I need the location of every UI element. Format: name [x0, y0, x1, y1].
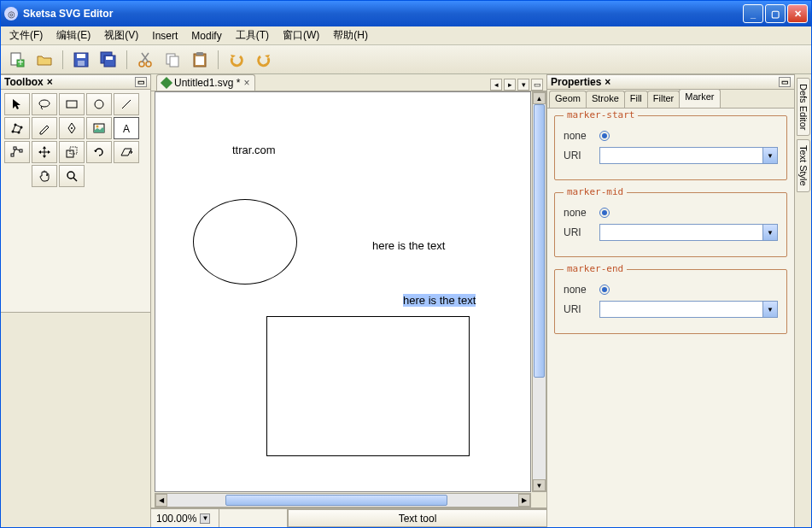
menu-tools[interactable]: 工具(T)	[231, 26, 274, 44]
save-all-button[interactable]	[97, 49, 120, 71]
image-tool[interactable]	[86, 117, 112, 139]
toolbar-separator	[62, 50, 63, 69]
canvas-rectangle[interactable]	[266, 316, 470, 456]
save-button[interactable]	[70, 49, 92, 71]
maximize-button[interactable]: ▢	[765, 4, 786, 23]
lasso-tool[interactable]	[32, 93, 57, 115]
rectangle-tool[interactable]	[59, 93, 85, 115]
menu-help[interactable]: 帮助(H)	[328, 26, 373, 44]
tab-filter[interactable]: Filter	[647, 91, 680, 108]
radio-none-end[interactable]	[599, 285, 610, 295]
zoom-dropdown-icon[interactable]: ▼	[200, 513, 210, 524]
pan-tool[interactable]	[32, 165, 57, 187]
canvas-text-3-selected[interactable]: here is the text	[403, 294, 476, 307]
side-tab-defs[interactable]: Defs Editor	[797, 78, 810, 136]
left-panel: Toolbox × ▭ A	[1, 74, 151, 527]
menu-edit[interactable]: 编辑(E)	[51, 26, 96, 44]
properties-header: Properties × ▭	[547, 74, 794, 90]
menu-file[interactable]: 文件(F)	[4, 26, 48, 44]
menu-window[interactable]: 窗口(W)	[277, 26, 324, 44]
svg-point-26	[71, 127, 73, 129]
legend-marker-end: marker-end	[564, 263, 627, 274]
minimize-button[interactable]: _	[743, 4, 763, 23]
svg-rect-16	[196, 52, 203, 56]
scroll-up-icon[interactable]: ▲	[533, 92, 546, 104]
zoom-tool[interactable]	[59, 165, 85, 187]
rotate-tool[interactable]	[86, 141, 112, 163]
scroll-down-icon[interactable]: ▼	[533, 479, 546, 491]
document-nav: ◂ ▸ ▾ ▭	[490, 79, 546, 91]
radio-none-mid[interactable]	[599, 208, 610, 218]
radio-none-start[interactable]	[599, 131, 610, 141]
doc-nav-list[interactable]: ▾	[517, 79, 529, 91]
move-tool[interactable]	[32, 141, 57, 163]
menu-insert[interactable]: Insert	[147, 28, 183, 44]
canvas-text-1[interactable]: ttrar.com	[232, 144, 276, 156]
side-tab-text-style[interactable]: Text Style	[797, 139, 810, 192]
svg-point-37	[67, 172, 74, 179]
scroll-left-icon[interactable]: ◀	[155, 494, 167, 507]
pen-tool[interactable]	[59, 117, 85, 139]
shear-tool[interactable]	[114, 141, 139, 163]
polygon-tool[interactable]	[4, 117, 30, 139]
line-tool[interactable]	[114, 93, 139, 115]
combo-uri-mid[interactable]: ▼	[599, 224, 778, 241]
toolbox-body: A	[1, 90, 150, 313]
tab-marker[interactable]: Marker	[679, 89, 720, 108]
menu-view[interactable]: 视图(V)	[99, 26, 143, 44]
close-button[interactable]: ✕	[787, 4, 808, 23]
canvas[interactable]: ttrar.com here is the text here is the t…	[155, 91, 531, 492]
doc-nav-next[interactable]: ▸	[504, 79, 516, 91]
zoom-level[interactable]: 100.00% ▼	[151, 509, 219, 527]
tab-stroke[interactable]: Stroke	[586, 91, 625, 108]
canvas-text-2[interactable]: here is the text	[372, 239, 445, 252]
svg-point-25	[18, 132, 20, 134]
vertical-scrollbar[interactable]: ▲ ▼	[532, 91, 546, 492]
label-none-start: none	[564, 130, 593, 142]
combo-uri-start[interactable]: ▼	[599, 147, 778, 164]
pencil-tool[interactable]	[32, 117, 57, 139]
svg-rect-5	[78, 61, 85, 66]
undo-button[interactable]	[225, 49, 248, 71]
ellipse-tool[interactable]	[86, 93, 112, 115]
document-tab-label: Untitled1.svg *	[174, 77, 240, 89]
doc-nav-prev[interactable]: ◂	[490, 79, 502, 91]
combo-dropdown-icon[interactable]: ▼	[762, 302, 777, 317]
paste-button[interactable]	[189, 49, 211, 71]
redo-button[interactable]	[253, 49, 275, 71]
new-file-button[interactable]: +	[6, 49, 28, 71]
side-tabs: Defs Editor Text Style	[794, 74, 811, 527]
vertical-scroll-thumb[interactable]	[534, 104, 545, 378]
document-tab[interactable]: Untitled1.svg * ×	[156, 74, 255, 91]
open-file-button[interactable]	[33, 49, 55, 71]
tab-geom[interactable]: Geom	[549, 91, 587, 108]
combo-uri-end[interactable]: ▼	[599, 301, 778, 318]
scale-tool[interactable]	[59, 141, 85, 163]
menu-modify[interactable]: Modify	[186, 28, 226, 44]
node-edit-tool[interactable]	[4, 141, 30, 163]
doc-nav-maximize[interactable]: ▭	[531, 79, 543, 91]
combo-dropdown-icon[interactable]: ▼	[762, 148, 777, 163]
pointer-tool[interactable]	[4, 93, 30, 115]
text-tool[interactable]: A	[114, 117, 139, 139]
svg-rect-4	[77, 54, 85, 58]
horizontal-scrollbar[interactable]: ◀ ▶	[155, 493, 531, 507]
legend-marker-start: marker-start	[564, 109, 638, 120]
svg-point-18	[39, 100, 50, 107]
canvas-ellipse[interactable]	[193, 199, 297, 285]
copy-button[interactable]	[161, 49, 184, 71]
properties-minimize-icon[interactable]: ▭	[779, 77, 791, 87]
cut-button[interactable]	[134, 49, 156, 71]
legend-marker-mid: marker-mid	[564, 186, 627, 197]
toolbox-close-icon[interactable]: ×	[47, 76, 53, 88]
tab-fill[interactable]: Fill	[624, 91, 648, 108]
horizontal-scroll-thumb[interactable]	[225, 495, 447, 506]
properties-close-icon[interactable]: ×	[605, 76, 610, 88]
document-tab-close-icon[interactable]: ×	[243, 77, 249, 89]
window-title: Sketsa SVG Editor	[23, 8, 743, 20]
label-uri-end: URI	[564, 303, 593, 315]
label-uri-mid: URI	[564, 226, 593, 238]
combo-dropdown-icon[interactable]: ▼	[762, 225, 777, 240]
toolbox-minimize-icon[interactable]: ▭	[135, 77, 147, 87]
scroll-right-icon[interactable]: ▶	[518, 494, 530, 507]
